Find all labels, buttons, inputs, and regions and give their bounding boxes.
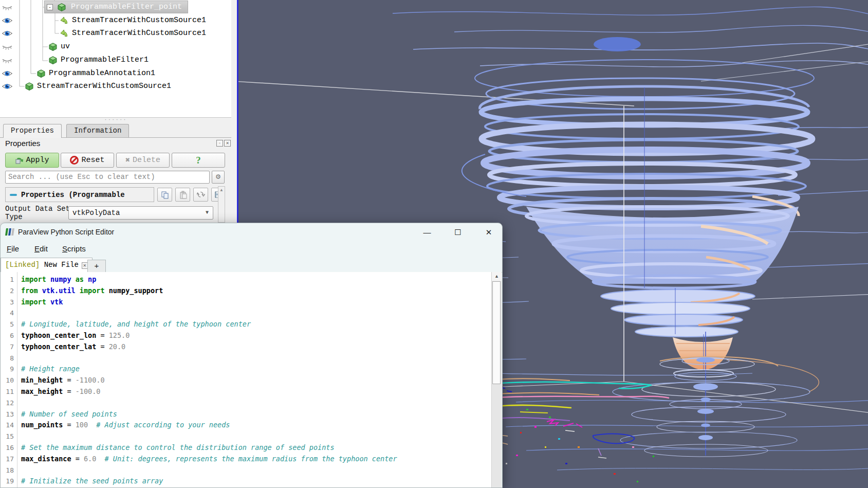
paste-properties-button[interactable] [175, 188, 190, 202]
eye-closed-icon[interactable] [2, 55, 13, 66]
line-number: 1 [1, 274, 14, 285]
code-line: 6typhoon_center_lon = 125.0 [1, 330, 492, 341]
dock-float-icon[interactable]: ▫ [216, 140, 223, 147]
properties-section-header[interactable]: Properties (Programmable [5, 187, 154, 202]
code-line: 14num_points = 100 # Adjust according to… [1, 420, 492, 431]
delete-icon: ✖ [125, 155, 130, 165]
line-number: 17 [1, 454, 14, 465]
eye-open-icon[interactable] [2, 28, 13, 39]
line-number: 2 [1, 285, 14, 297]
stream-arrow-icon [59, 15, 69, 26]
scroll-up-icon[interactable]: ▲ [492, 272, 502, 281]
copy-properties-button[interactable] [157, 188, 172, 202]
menu-edit[interactable]: Edit [32, 243, 50, 254]
pipeline-item[interactable]: StreamTracerWithCustomSource1 [0, 80, 231, 93]
search-options-button[interactable]: ⚙ [212, 171, 225, 184]
line-number: 3 [1, 297, 14, 308]
tree-expander[interactable]: - [47, 4, 53, 10]
line-number: 7 [1, 341, 14, 353]
pipeline-item[interactable]: StreamTracerWithCustomSource1 [0, 14, 231, 27]
pipeline-item-label: ProgrammableAnnotation1 [49, 69, 155, 78]
apply-icon [15, 156, 23, 165]
delete-button[interactable]: ✖ Delete [116, 153, 170, 168]
editor-titlebar[interactable]: ParaView Python Script Editor — ☐ ✕ [1, 223, 502, 241]
code-line: 2from vtk.util import numpy_support [1, 285, 492, 297]
copy-icon [161, 191, 169, 199]
pipeline-item-label: StreamTracerWithCustomSource1 [37, 82, 171, 91]
editor-window-title: ParaView Python Script Editor [18, 228, 114, 236]
pipeline-item-label: uv [61, 42, 70, 51]
code-line: 1import numpy as np [1, 274, 492, 285]
apply-button[interactable]: Apply [5, 153, 59, 168]
chevron-down-icon: ▼ [206, 207, 209, 219]
line-number: 14 [1, 420, 14, 431]
paste-icon [179, 191, 187, 199]
typhoon-streamtraces [462, 37, 814, 377]
line-number: 4 [1, 308, 14, 319]
close-button[interactable]: ✕ [478, 225, 500, 240]
dock-close-icon[interactable]: ✕ [224, 140, 231, 147]
pipeline-item-label: ProgrammableFilter1 [61, 56, 149, 64]
code-line: 15 [1, 431, 492, 442]
pipeline-item[interactable]: -ProgrammableFilter_point [0, 1, 231, 14]
code-line: 18 [1, 465, 492, 476]
editor-file-tab[interactable]: [Linked] New File✕ [1, 258, 93, 272]
pipeline-item[interactable]: ProgrammableFilter1 [0, 53, 231, 67]
pipeline-item[interactable]: StreamTracerWithCustomSource1 [0, 27, 231, 40]
stream-arrow-icon [59, 28, 69, 39]
paraview-logo-icon [5, 227, 15, 237]
pipeline-item[interactable]: ProgrammableAnnotation1 [0, 67, 231, 80]
new-tab-button[interactable]: + [87, 260, 106, 272]
gear-icon: ⚙ [216, 173, 220, 182]
eye-closed-icon[interactable] [2, 2, 13, 13]
line-number: 5 [1, 319, 14, 330]
maximize-button[interactable]: ☐ [447, 225, 469, 240]
properties-scrollbar[interactable]: ▲ [218, 186, 225, 223]
panel-splitter[interactable]: ······ [0, 117, 231, 123]
help-icon: ? [196, 155, 201, 166]
line-number: 10 [1, 375, 14, 386]
eye-open-icon[interactable] [2, 68, 13, 79]
eye-open-icon[interactable] [2, 15, 13, 26]
code-editor-area[interactable]: 1import numpy as np2from vtk.util import… [1, 272, 492, 487]
reload-icon [197, 191, 205, 199]
line-number: 16 [1, 442, 14, 454]
code-line: 12 [1, 397, 492, 409]
reload-properties-button[interactable] [193, 188, 208, 202]
dock-tab-bar: PropertiesInformation [0, 123, 231, 138]
code-line: 5# Longitude, latitude, and height of th… [1, 319, 492, 330]
menu-scripts[interactable]: Scripts [60, 243, 88, 254]
code-line: 13# Number of seed points [1, 409, 492, 420]
editor-tab-bar: [Linked] New File✕ + [1, 257, 502, 273]
seed-streamlines [495, 378, 669, 482]
eye-open-icon[interactable] [2, 81, 13, 92]
line-number: 18 [1, 465, 14, 476]
editor-scrollbar[interactable]: ▲ [491, 272, 502, 487]
output-dataset-type-combobox[interactable]: vtkPolyData ▼ [68, 206, 213, 220]
code-line: 10min_height = -1100.0 [1, 375, 492, 386]
line-number: 11 [1, 386, 14, 397]
reset-button[interactable]: Reset [61, 153, 114, 168]
menu-file[interactable]: File [5, 243, 21, 254]
pipeline-item-label: ProgrammableFilter_point [71, 3, 182, 11]
code-line: 9# Height range [1, 364, 492, 375]
scrollbar-thumb[interactable] [492, 281, 501, 384]
code-line: 16# Set the maximum distance to control … [1, 442, 492, 454]
line-number: 19 [1, 476, 14, 487]
eye-closed-icon[interactable] [2, 41, 13, 52]
minimize-button[interactable]: — [416, 225, 438, 240]
help-button[interactable]: ? [172, 153, 225, 168]
pipeline-item[interactable]: uv [0, 40, 231, 53]
code-line: 11max_height = -100.0 [1, 386, 492, 397]
filter-box-icon [24, 81, 34, 92]
tab-information[interactable]: Information [66, 124, 129, 137]
collapse-dash-icon [10, 194, 17, 196]
line-number: 8 [1, 353, 14, 364]
search-input[interactable]: Search ... (use Esc to clear text) [5, 171, 210, 184]
output-dataset-type-label: Output Data Set Type [5, 205, 70, 221]
tab-properties[interactable]: Properties [3, 124, 62, 138]
editor-menubar: FileEditScripts [1, 241, 502, 257]
line-number: 15 [1, 431, 14, 442]
pipeline-browser[interactable]: -ProgrammableFilter_pointStreamTracerWit… [0, 0, 231, 118]
reset-icon [70, 156, 79, 165]
